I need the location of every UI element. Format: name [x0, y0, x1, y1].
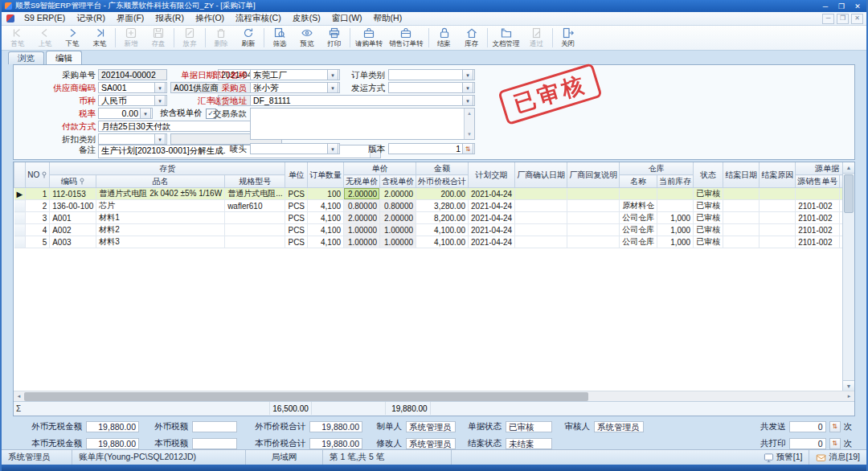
spinner-icon[interactable]: ⇅: [462, 143, 473, 154]
grid-cell[interactable]: 0.80000: [344, 200, 380, 212]
grid-cell[interactable]: wafler610: [225, 200, 285, 212]
dept-field[interactable]: 东莞工厂▾: [250, 69, 340, 80]
grid-cell[interactable]: 公司仓库: [620, 224, 657, 236]
grid-cell[interactable]: PCS: [285, 224, 308, 236]
toolbar-button-exit[interactable]: 关闭: [555, 26, 582, 50]
grid-cell[interactable]: 200.00: [416, 188, 469, 200]
grid-cell[interactable]: 1,000: [657, 212, 694, 224]
col-amount-header[interactable]: 外币价税合计: [416, 175, 469, 188]
menu-item-1[interactable]: S9 ERP(E): [18, 12, 71, 25]
chevron-down-icon[interactable]: ▾: [327, 69, 338, 80]
grid-row[interactable]: 4A002材料2PCS4,1001.000001.000004,100.0020…: [14, 224, 855, 236]
spinner-icon[interactable]: ⇅: [829, 421, 841, 432]
col-price-ex-header[interactable]: 无税单价: [344, 175, 380, 188]
col-wh-name-header[interactable]: 名称: [620, 175, 657, 188]
grid-cell[interactable]: 2: [26, 200, 50, 212]
grid-cell[interactable]: 已审核: [694, 188, 723, 200]
grid-cell[interactable]: 8,200.00: [416, 212, 469, 224]
supplier-code-field[interactable]: SA001▾: [98, 82, 167, 93]
grid-cell[interactable]: 100: [308, 188, 344, 200]
order-type-field[interactable]: ▾: [388, 69, 475, 80]
menu-item-2[interactable]: 记录(R): [71, 12, 111, 25]
toolbar-button-stock[interactable]: 库存: [458, 26, 485, 50]
col-src-sales-header[interactable]: 源销售单号: [796, 175, 840, 188]
grid-cell[interactable]: 已审核: [694, 200, 723, 212]
scrollbar-thumb[interactable]: [24, 392, 588, 401]
scroll-down-icon[interactable]: ▼: [843, 380, 854, 391]
restore-button[interactable]: ❐: [836, 2, 847, 10]
grid-cell[interactable]: 2021-04-24: [469, 188, 515, 200]
scroll-arrows-icon[interactable]: ▲▼: [464, 109, 474, 139]
col-close-reason-header[interactable]: 结案原因: [760, 162, 796, 188]
col-status-header[interactable]: 状态: [694, 162, 723, 188]
grid-cell[interactable]: 普通片式电阻 2k 0402 ±5% 1/16W: [96, 188, 225, 200]
menu-item-9[interactable]: 帮助(H): [368, 12, 408, 25]
grid-cell[interactable]: [515, 236, 567, 248]
grid-cell[interactable]: [723, 224, 760, 236]
grid-cell[interactable]: [723, 236, 760, 248]
grid-cell[interactable]: 2101-002: [796, 236, 840, 248]
toolbar-button-refresh[interactable]: 刷新: [235, 26, 262, 50]
grid-cell[interactable]: [225, 236, 285, 248]
grid-cell[interactable]: 5: [26, 236, 50, 248]
shipping-mark-field[interactable]: ▾: [250, 143, 340, 154]
chevron-down-icon[interactable]: ▾: [140, 108, 151, 119]
group-warehouse-header[interactable]: 仓库: [620, 162, 694, 175]
grid-cell[interactable]: 2021-04-24: [469, 212, 515, 224]
grid-cell[interactable]: [567, 200, 620, 212]
menu-item-6[interactable]: 流程审核(C): [230, 12, 287, 25]
grid-cell[interactable]: 1.00000: [380, 236, 416, 248]
grid-row[interactable]: 2136-00-100芯片wafler610PCS4,1000.800000.8…: [14, 200, 855, 212]
grid-row[interactable]: 5A003材料3PCS4,1001.000001.000004,100.0020…: [14, 236, 855, 248]
menu-item-4[interactable]: 报表(R): [149, 12, 190, 25]
mdi-minimize-button[interactable]: ─: [822, 14, 834, 24]
grid-cell[interactable]: [225, 212, 285, 224]
row-indicator[interactable]: [14, 200, 26, 212]
col-reply-header[interactable]: 厂商回复说明: [567, 162, 620, 188]
grid-cell[interactable]: [760, 188, 796, 200]
grid-cell[interactable]: A003: [50, 236, 96, 248]
menu-item-3[interactable]: 界面(F): [111, 12, 149, 25]
toolbar-button-next[interactable]: 下笔: [59, 26, 86, 50]
menu-item-7[interactable]: 皮肤(S): [287, 12, 326, 25]
grid-cell[interactable]: 4,100: [308, 200, 344, 212]
grid-cell[interactable]: A001: [50, 212, 96, 224]
terms-textarea[interactable]: ▲▼: [250, 108, 475, 140]
grid-cell[interactable]: [515, 200, 567, 212]
grid-cell[interactable]: 2.00000: [344, 212, 380, 224]
menu-item-8[interactable]: 窗口(W): [326, 12, 368, 25]
spinner-icon[interactable]: ⇅: [829, 438, 841, 449]
toolbar-button-transfer[interactable]: 销售订单转: [386, 26, 427, 50]
mdi-restore-button[interactable]: ❐: [837, 14, 849, 24]
grid-cell[interactable]: 3: [26, 212, 50, 224]
col-price-inc-header[interactable]: 含税单价: [380, 175, 416, 188]
grid-cell[interactable]: 材料3: [96, 236, 225, 248]
chevron-down-icon[interactable]: ▾: [462, 95, 473, 106]
col-qty-header[interactable]: 订单数量: [308, 162, 344, 188]
grid-cell[interactable]: [760, 212, 796, 224]
col-due-header[interactable]: 计划交期: [469, 162, 515, 188]
grid-cell[interactable]: 2021-04-24: [469, 224, 515, 236]
grid-cell[interactable]: PCS: [285, 236, 308, 248]
tab-browse[interactable]: 浏览: [8, 51, 44, 64]
discount-field[interactable]: ▾: [98, 133, 167, 145]
grid-cell[interactable]: 已审核: [694, 224, 723, 236]
grid-cell[interactable]: [723, 188, 760, 200]
grid-cell[interactable]: [567, 224, 620, 236]
grid-cell[interactable]: 4,100: [308, 224, 344, 236]
toolbar-button-preview[interactable]: 预览: [293, 26, 321, 50]
chevron-down-icon[interactable]: ▾: [154, 133, 166, 145]
grid-cell[interactable]: [723, 212, 760, 224]
scroll-up-icon[interactable]: ▲: [843, 162, 854, 174]
col-name-header[interactable]: 品名: [96, 175, 225, 188]
grid-cell[interactable]: [515, 224, 567, 236]
grid-cell[interactable]: [567, 236, 620, 248]
grid-cell[interactable]: [515, 212, 567, 224]
chevron-down-icon[interactable]: ▾: [327, 143, 338, 154]
group-amount-header[interactable]: 金额: [416, 162, 469, 175]
grid-cell[interactable]: 材料1: [96, 212, 225, 224]
grid-cell[interactable]: 4: [26, 224, 50, 236]
grid-cell[interactable]: [515, 188, 567, 200]
row-indicator[interactable]: [14, 212, 26, 224]
grid-cell[interactable]: 1: [26, 188, 50, 200]
